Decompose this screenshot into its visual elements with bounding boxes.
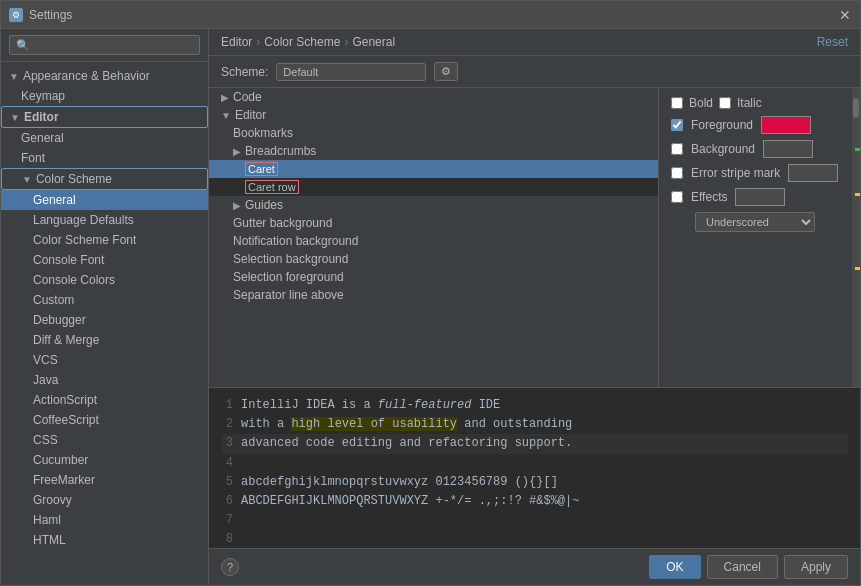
line-content-5: abcdefghijklmnopqrstuvwxyz 0123456789 ()… xyxy=(241,473,848,492)
error-stripe-checkbox[interactable] xyxy=(671,167,683,179)
caret-row-border-indicator: Caret row xyxy=(245,180,299,194)
tree-item-editor[interactable]: ▼ Editor xyxy=(209,106,658,124)
effects-checkbox[interactable] xyxy=(671,191,683,203)
breadcrumb-sep-2: › xyxy=(344,35,348,49)
tree-item-caret[interactable]: Caret xyxy=(209,160,658,178)
ok-button[interactable]: OK xyxy=(649,555,700,579)
sidebar-item-appearance[interactable]: ▼ Appearance & Behavior xyxy=(1,66,208,86)
sidebar-item-lang-defaults[interactable]: Language Defaults xyxy=(1,210,208,230)
sidebar-item-debugger[interactable]: Debugger xyxy=(1,310,208,330)
search-box xyxy=(1,29,208,62)
sidebar-item-keymap[interactable]: Keymap xyxy=(1,86,208,106)
line-content-7 xyxy=(241,511,848,530)
right-scrollbar[interactable] xyxy=(852,88,860,387)
tree-item-breadcrumbs[interactable]: ▶ Breadcrumbs xyxy=(209,142,658,160)
preview-section: 1 IntelliJ IDEA is a full-featured IDE 2… xyxy=(209,387,860,548)
sidebar-item-haml[interactable]: Haml xyxy=(1,510,208,530)
sidebar-item-actionscript[interactable]: ActionScript xyxy=(1,390,208,410)
sidebar-item-font[interactable]: Font xyxy=(1,148,208,168)
marker-green xyxy=(855,148,860,151)
breadcrumb-general: General xyxy=(352,35,395,49)
color-markers xyxy=(855,88,860,387)
style-row: Bold Italic xyxy=(671,96,840,110)
scheme-gear-button[interactable]: ⚙ xyxy=(434,62,458,81)
cancel-button[interactable]: Cancel xyxy=(707,555,778,579)
title-bar: ⚙ Settings ✕ xyxy=(1,1,860,29)
caret-border-indicator: Caret xyxy=(245,162,278,176)
reset-link[interactable]: Reset xyxy=(817,35,848,49)
sidebar-item-cucumber[interactable]: Cucumber xyxy=(1,450,208,470)
title-bar-left: ⚙ Settings xyxy=(9,8,72,22)
preview-line-7: 7 xyxy=(221,511,848,530)
underscored-select[interactable]: Underscored Bordered Strikeout Dotted li… xyxy=(695,212,815,232)
line-content-8 xyxy=(241,530,848,548)
tree-item-guides[interactable]: ▶ Guides xyxy=(209,196,658,214)
preview-line-3: 3 advanced code editing and refactoring … xyxy=(221,434,848,453)
sidebar-item-css[interactable]: CSS xyxy=(1,430,208,450)
sidebar-item-diff-merge[interactable]: Diff & Merge xyxy=(1,330,208,350)
close-button[interactable]: ✕ xyxy=(838,8,852,22)
sidebar-item-java[interactable]: Java xyxy=(1,370,208,390)
line-num-7: 7 xyxy=(221,511,233,530)
foreground-label: Foreground xyxy=(691,118,753,132)
tree-item-sel-bg[interactable]: Selection background xyxy=(209,250,658,268)
sidebar-item-console-font[interactable]: Console Font xyxy=(1,250,208,270)
sidebar: ▼ Appearance & Behavior Keymap ▼ Editor … xyxy=(1,29,209,585)
preview-line-4: 4 xyxy=(221,454,848,473)
bold-checkbox[interactable] xyxy=(671,97,683,109)
sidebar-item-coffeescript[interactable]: CoffeeScript xyxy=(1,410,208,430)
search-input[interactable] xyxy=(9,35,200,55)
sidebar-item-editor[interactable]: ▼ Editor xyxy=(1,106,208,128)
line-content-2: with a high level of usability and outst… xyxy=(241,415,848,434)
bold-label: Bold xyxy=(689,96,713,110)
chevron-down-icon-3: ▼ xyxy=(22,174,32,185)
tree-item-notif-bg[interactable]: Notification background xyxy=(209,232,658,250)
chevron-down-icon-4: ▼ xyxy=(221,110,231,121)
sidebar-item-cs-font[interactable]: Color Scheme Font xyxy=(1,230,208,250)
sidebar-item-custom[interactable]: Custom xyxy=(1,290,208,310)
line-content-3: advanced code editing and refactoring su… xyxy=(241,434,848,453)
breadcrumb-bar: Editor › Color Scheme › General Reset xyxy=(209,29,860,56)
scheme-select[interactable]: Default Darcula Monokai Solarized xyxy=(276,63,426,81)
foreground-color-swatch[interactable] xyxy=(761,116,811,134)
preview-line-6: 6 ABCDEFGHIJKLMNOPQRSTUVWXYZ +-*/= .,;:!… xyxy=(221,492,848,511)
effects-color-swatch[interactable] xyxy=(735,188,785,206)
sidebar-item-cs-general[interactable]: General xyxy=(1,190,208,210)
sidebar-item-console-colors[interactable]: Console Colors xyxy=(1,270,208,290)
scheme-label: Scheme: xyxy=(221,65,268,79)
breadcrumb-color-scheme: Color Scheme xyxy=(264,35,340,49)
tree-item-sep-line[interactable]: Separator line above xyxy=(209,286,658,304)
properties-panel: Bold Italic Foreground Background xyxy=(659,88,852,387)
preview-highlight: high level of usability xyxy=(291,417,457,431)
breadcrumb-sep-1: › xyxy=(256,35,260,49)
background-row: Background xyxy=(671,140,840,158)
sidebar-item-groovy[interactable]: Groovy xyxy=(1,490,208,510)
sidebar-item-freemarker[interactable]: FreeMarker xyxy=(1,470,208,490)
line-num-8: 8 xyxy=(221,530,233,548)
tree-item-caret-row[interactable]: Caret row xyxy=(209,178,658,196)
preview-line-1: 1 IntelliJ IDEA is a full-featured IDE xyxy=(221,396,848,415)
tree-item-bookmarks[interactable]: Bookmarks xyxy=(209,124,658,142)
preview-italic: full-featured xyxy=(378,398,472,412)
background-color-swatch[interactable] xyxy=(763,140,813,158)
foreground-checkbox[interactable] xyxy=(671,119,683,131)
sidebar-item-vcs[interactable]: VCS xyxy=(1,350,208,370)
bottom-bar: ? OK Cancel Apply xyxy=(209,548,860,585)
background-label: Background xyxy=(691,142,755,156)
tree-item-gutter-bg[interactable]: Gutter background xyxy=(209,214,658,232)
sidebar-item-html[interactable]: HTML xyxy=(1,530,208,550)
italic-checkbox[interactable] xyxy=(719,97,731,109)
background-checkbox[interactable] xyxy=(671,143,683,155)
scheme-bar: Scheme: Default Darcula Monokai Solarize… xyxy=(209,56,860,88)
marker-yellow-2 xyxy=(855,267,860,270)
error-stripe-color-swatch[interactable] xyxy=(788,164,838,182)
sidebar-item-color-scheme[interactable]: ▼ Color Scheme xyxy=(1,168,208,190)
tree-item-sel-fg[interactable]: Selection foreground xyxy=(209,268,658,286)
help-button[interactable]: ? xyxy=(221,558,239,576)
tree-item-code[interactable]: ▶ Code xyxy=(209,88,658,106)
tree-panel: ▶ Code ▼ Editor Bookmarks ▶ Breadcrumbs xyxy=(209,88,659,387)
apply-button[interactable]: Apply xyxy=(784,555,848,579)
line-num-4: 4 xyxy=(221,454,233,473)
sidebar-item-general[interactable]: General xyxy=(1,128,208,148)
breadcrumb: Editor › Color Scheme › General xyxy=(221,35,395,49)
